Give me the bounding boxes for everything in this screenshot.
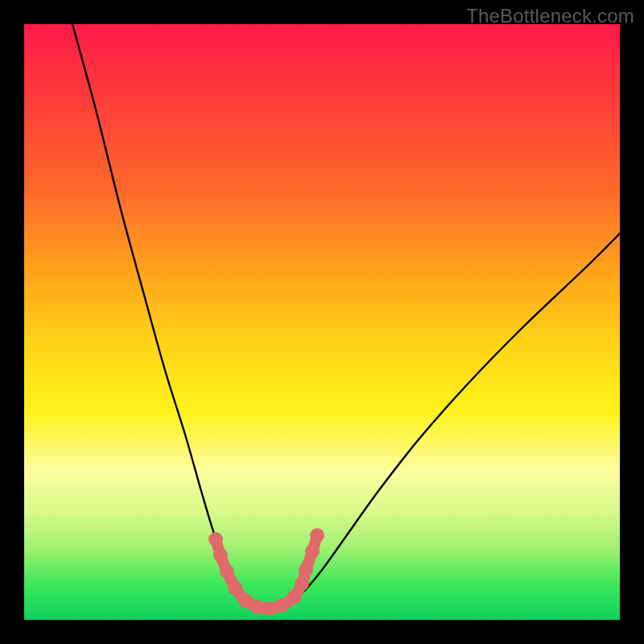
plot-area [24, 24, 620, 620]
marker-dot [305, 544, 320, 559]
marker-dot [213, 548, 228, 563]
marker-dot [208, 532, 223, 547]
marker-dots [208, 528, 324, 616]
bottleneck-curve [72, 24, 620, 609]
curve-svg [24, 24, 620, 620]
marker-dot [299, 563, 313, 577]
marker-dot [228, 580, 242, 595]
chart-frame: TheBottleneck.com [0, 0, 644, 644]
marker-dot [295, 576, 309, 591]
marker-dot [287, 590, 301, 605]
marker-dot [220, 564, 234, 579]
marker-dot [275, 598, 289, 613]
marker-dot [310, 528, 324, 543]
